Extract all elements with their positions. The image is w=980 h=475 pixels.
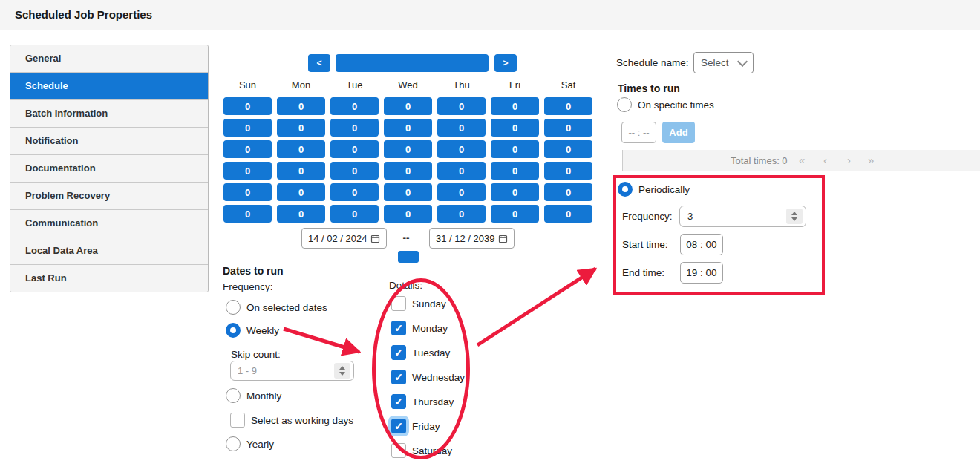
calendar-day-cell[interactable]: 0 — [223, 97, 272, 115]
spinner-icon[interactable] — [334, 363, 350, 379]
frequency-label: Frequency: — [223, 281, 273, 292]
monthly-radio[interactable] — [226, 388, 241, 403]
calendar-day-cell[interactable]: 0 — [223, 205, 272, 223]
calendar-day-cell[interactable]: 0 — [223, 183, 272, 201]
calendar-day-cell[interactable]: 0 — [277, 205, 325, 223]
day-row-thursday: ✓ Thursday — [391, 394, 454, 409]
calendar-day-cell[interactable]: 0 — [384, 119, 432, 137]
saturday-checkbox[interactable] — [391, 443, 406, 458]
range-indicator-button[interactable] — [398, 251, 419, 263]
calendar-title-button[interactable] — [336, 54, 489, 72]
calendar-day-cell[interactable]: 0 — [544, 205, 592, 223]
periodically-row: Periodically — [618, 182, 690, 197]
calendar-day-cell[interactable]: 0 — [384, 183, 432, 201]
sidebar-item-problem-recovery[interactable]: Problem Recovery — [10, 183, 208, 210]
total-times-bar: Total times: 0 « ‹ › » — [622, 150, 980, 171]
end-time-input[interactable]: 19 : 00 — [680, 262, 723, 284]
sunday-checkbox[interactable] — [391, 296, 406, 311]
specific-time-input[interactable]: -- : -- — [621, 122, 656, 143]
calendar-day-cell[interactable]: 0 — [384, 140, 432, 158]
on-specific-times-radio[interactable] — [617, 97, 632, 112]
calendar-day-cell[interactable]: 0 — [277, 119, 325, 137]
calendar-day-cell[interactable]: 0 — [491, 205, 539, 223]
pagination-first-icon[interactable]: « — [799, 154, 805, 166]
calendar-day-cell[interactable]: 0 — [330, 140, 379, 158]
weekly-radio[interactable] — [226, 323, 241, 338]
on-selected-dates-radio[interactable] — [226, 300, 241, 315]
periodic-frequency-input[interactable]: 3 — [679, 206, 806, 227]
calendar-day-cell[interactable]: 0 — [544, 119, 592, 137]
calendar-day-cell[interactable]: 0 — [491, 183, 539, 201]
calendar-day-cell[interactable]: 0 — [384, 97, 432, 115]
calendar-day-cell[interactable]: 0 — [491, 140, 539, 158]
calendar-day-cell[interactable]: 0 — [544, 183, 592, 201]
calendar-day-cell[interactable]: 0 — [277, 140, 325, 158]
pagination-next-icon[interactable]: › — [847, 154, 851, 166]
calendar-day-cell[interactable]: 0 — [544, 162, 592, 180]
pagination-last-icon[interactable]: » — [868, 154, 874, 166]
calendar-day-cell[interactable]: 0 — [437, 162, 486, 180]
calendar-day-cell[interactable]: 0 — [437, 140, 486, 158]
sidebar-item-batch-information[interactable]: Batch Information — [10, 100, 208, 128]
friday-checkbox[interactable]: ✓ — [391, 419, 406, 433]
calendar-day-cell[interactable]: 0 — [330, 119, 379, 137]
calendar-day-cell[interactable]: 0 — [544, 97, 592, 115]
start-date-input[interactable]: 14 / 02 / 2024 — [301, 228, 387, 249]
end-date-input[interactable]: 31 / 12 / 2039 — [429, 228, 514, 249]
calendar-day-cell[interactable]: 0 — [491, 97, 539, 115]
sidebar-item-schedule[interactable]: Schedule — [10, 73, 208, 100]
add-time-button[interactable]: Add — [662, 122, 695, 143]
calendar-day-cell[interactable]: 0 — [277, 183, 325, 201]
sidebar-item-notification[interactable]: Notification — [10, 128, 208, 155]
skip-count-input[interactable]: 1 - 9 — [230, 361, 354, 381]
sidebar-item-last-run[interactable]: Last Run — [10, 265, 208, 292]
calendar-day-cell[interactable]: 0 — [437, 97, 486, 115]
calendar-day-cell[interactable]: 0 — [330, 97, 379, 115]
times-to-run-heading: Times to run — [618, 82, 680, 94]
day-row-monday: ✓ Monday — [391, 321, 448, 335]
yearly-radio[interactable] — [226, 436, 241, 451]
calendar-day-cell[interactable]: 0 — [277, 97, 325, 115]
calendar-day-cell[interactable]: 0 — [384, 205, 432, 223]
spinner-icon[interactable] — [786, 209, 803, 224]
calendar-day-cell[interactable]: 0 — [544, 140, 592, 158]
sidebar-item-communication[interactable]: Communication — [10, 210, 208, 238]
calendar-day-cell[interactable]: 0 — [330, 183, 379, 201]
monthly-row: Monthly — [226, 388, 281, 403]
day-header-sun: Sun — [223, 79, 272, 91]
monday-checkbox[interactable]: ✓ — [391, 321, 406, 335]
date-range-separator: -- — [399, 232, 413, 243]
working-days-checkbox[interactable] — [230, 413, 245, 428]
calendar-day-cell[interactable]: 0 — [330, 162, 379, 180]
yearly-row: Yearly — [226, 436, 274, 451]
sidebar-item-local-data-area[interactable]: Local Data Area — [10, 238, 208, 265]
sidebar-item-documentation[interactable]: Documentation — [10, 155, 208, 183]
check-icon: ✓ — [394, 396, 403, 407]
schedule-name-select[interactable]: Select — [693, 52, 754, 73]
periodically-label: Periodically — [638, 184, 690, 195]
calendar-day-cell[interactable]: 0 — [437, 205, 486, 223]
calendar-next-button[interactable]: > — [494, 54, 517, 72]
tuesday-checkbox[interactable]: ✓ — [391, 345, 406, 360]
start-time-label: Start time: — [622, 239, 668, 250]
periodically-radio[interactable] — [618, 182, 633, 197]
friday-label: Friday — [412, 421, 440, 432]
calendar-day-cell[interactable]: 0 — [437, 119, 486, 137]
thursday-checkbox[interactable]: ✓ — [391, 394, 406, 409]
pagination-prev-icon[interactable]: ‹ — [823, 154, 827, 166]
calendar-day-cell[interactable]: 0 — [437, 183, 486, 201]
calendar-day-cell[interactable]: 0 — [491, 119, 539, 137]
start-time-input[interactable]: 08 : 00 — [680, 234, 723, 255]
calendar-day-cell[interactable]: 0 — [384, 162, 432, 180]
calendar-day-cell[interactable]: 0 — [223, 140, 272, 158]
calendar-day-cell[interactable]: 0 — [223, 119, 272, 137]
end-date-value: 31 / 12 / 2039 — [436, 233, 495, 244]
sidebar-item-general[interactable]: General — [10, 45, 208, 73]
calendar-day-cell[interactable]: 0 — [330, 205, 379, 223]
calendar-day-cell[interactable]: 0 — [223, 162, 272, 180]
calendar-day-cell[interactable]: 0 — [277, 162, 325, 180]
wednesday-checkbox[interactable]: ✓ — [391, 370, 406, 384]
calendar-prev-button[interactable]: < — [308, 54, 330, 72]
on-selected-dates-label: On selected dates — [246, 302, 327, 313]
calendar-day-cell[interactable]: 0 — [491, 162, 539, 180]
